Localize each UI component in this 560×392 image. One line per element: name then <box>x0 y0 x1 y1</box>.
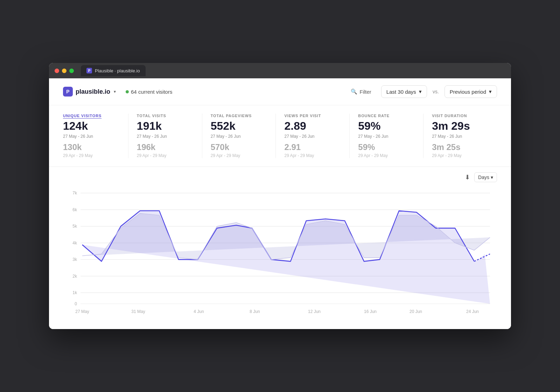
svg-text:31 May: 31 May <box>131 309 145 314</box>
titlebar: P Plausible · plausible.io <box>49 63 511 78</box>
browser-tab[interactable]: P Plausible · plausible.io <box>81 65 146 76</box>
tab-title: Plausible · plausible.io <box>95 68 140 73</box>
live-dot <box>126 90 129 93</box>
header-controls: 🔍 Filter Last 30 days ▾ vs. Previous per… <box>346 85 497 98</box>
interval-dropdown[interactable]: Days ▾ <box>474 172 497 182</box>
site-name: plausible.io <box>76 88 110 95</box>
metric-card-views-per-visit[interactable]: VIEWS PER VISIT 2.89 27 May - 26 Jun 2.9… <box>284 114 350 158</box>
metric-label: VIEWS PER VISIT <box>284 114 341 118</box>
svg-text:27 May: 27 May <box>75 309 89 314</box>
period-dropdown[interactable]: Last 30 days ▾ <box>381 85 427 98</box>
svg-text:16 Jun: 16 Jun <box>364 309 377 314</box>
logo-area[interactable]: P plausible.io ▾ <box>63 87 116 97</box>
close-button[interactable] <box>55 69 59 73</box>
svg-text:24 Jun: 24 Jun <box>466 309 479 314</box>
comparison-label: Previous period <box>450 89 486 95</box>
metric-date: 27 May - 26 Jun <box>358 134 415 139</box>
metric-value: 59% <box>358 120 415 132</box>
metric-date: 27 May - 26 Jun <box>211 134 267 139</box>
svg-text:0: 0 <box>75 301 77 306</box>
svg-text:8 Jun: 8 Jun <box>250 309 260 314</box>
metric-value: 124k <box>63 120 120 132</box>
period-chevron-icon: ▾ <box>419 88 422 95</box>
interval-label: Days <box>478 174 489 180</box>
metric-prev-date: 29 Apr - 29 May <box>284 153 341 158</box>
minimize-button[interactable] <box>62 69 66 73</box>
metric-label: UNIQUE VISITORS <box>63 114 120 118</box>
svg-text:12 Jun: 12 Jun <box>308 309 321 314</box>
chart-area: ⬇ Days ▾ 7k <box>49 167 511 329</box>
metric-card-total-visits[interactable]: TOTAL VISITS 191k 27 May - 26 Jun 196k 2… <box>137 114 202 158</box>
metric-prev-value: 570k <box>211 142 267 152</box>
interval-chevron-icon: ▾ <box>491 174 493 180</box>
chart-svg: 7k 6k 5k 4k 3k 2k 1k 0 <box>63 186 497 319</box>
metric-prev-value: 196k <box>137 142 194 152</box>
download-button[interactable]: ⬇ <box>465 173 470 181</box>
metric-value: 2.89 <box>284 120 341 132</box>
fullscreen-button[interactable] <box>69 69 74 73</box>
filter-label: Filter <box>359 89 371 95</box>
vs-label: vs. <box>433 89 439 94</box>
metric-date: 27 May - 26 Jun <box>63 134 120 139</box>
current-visitors-count: 64 current visitors <box>131 89 172 95</box>
svg-text:2k: 2k <box>72 273 77 278</box>
metric-label: TOTAL VISITS <box>137 114 194 118</box>
metric-prev-date: 29 Apr - 29 May <box>137 153 194 158</box>
metric-label: TOTAL PAGEVIEWS <box>211 114 267 118</box>
metrics-row: UNIQUE VISITORS 124k 27 May - 26 Jun 130… <box>49 105 511 166</box>
browser-window: P Plausible · plausible.io P plausible.i… <box>49 63 511 329</box>
chart-controls: ⬇ Days ▾ <box>63 172 497 182</box>
metric-card-total-pageviews[interactable]: TOTAL PAGEVIEWS 552k 27 May - 26 Jun 570… <box>211 114 276 158</box>
traffic-lights <box>55 69 74 73</box>
metric-prev-value: 2.91 <box>284 142 341 152</box>
comparison-dropdown[interactable]: Previous period ▾ <box>444 85 497 98</box>
metric-prev-date: 29 Apr - 29 May <box>358 153 415 158</box>
site-dropdown-icon: ▾ <box>114 89 116 94</box>
metric-prev-value: 59% <box>358 142 415 152</box>
tab-favicon: P <box>86 68 92 73</box>
metric-date: 27 May - 26 Jun <box>284 134 341 139</box>
svg-text:6k: 6k <box>72 207 77 212</box>
metric-prev-date: 29 Apr - 29 May <box>432 153 489 158</box>
metric-value: 3m 29s <box>432 120 489 132</box>
svg-text:7k: 7k <box>72 191 77 195</box>
svg-text:5k: 5k <box>72 224 77 229</box>
svg-text:20 Jun: 20 Jun <box>410 309 422 314</box>
filter-button[interactable]: 🔍 Filter <box>346 86 375 97</box>
svg-text:4 Jun: 4 Jun <box>194 309 204 314</box>
metric-value: 191k <box>137 120 194 132</box>
metric-date: 27 May - 26 Jun <box>432 134 489 139</box>
search-icon: 🔍 <box>351 88 357 95</box>
metric-card-bounce-rate[interactable]: BOUNCE RATE 59% 27 May - 26 Jun 59% 29 A… <box>358 114 424 158</box>
page-content: P plausible.io ▾ 64 current visitors 🔍 F… <box>49 78 511 329</box>
metric-prev-value: 3m 25s <box>432 142 489 152</box>
metric-prev-date: 29 Apr - 29 May <box>63 153 120 158</box>
metric-label: BOUNCE RATE <box>358 114 415 118</box>
metric-value: 552k <box>211 120 267 132</box>
svg-text:4k: 4k <box>72 240 77 245</box>
page-header: P plausible.io ▾ 64 current visitors 🔍 F… <box>49 78 511 105</box>
comparison-chevron-icon: ▾ <box>489 88 492 95</box>
current-visitors-badge: 64 current visitors <box>126 89 172 95</box>
logo-icon: P <box>63 87 73 97</box>
metric-card-unique-visitors[interactable]: UNIQUE VISITORS 124k 27 May - 26 Jun 130… <box>63 114 128 158</box>
svg-text:1k: 1k <box>72 290 77 295</box>
metric-prev-value: 130k <box>63 142 120 152</box>
metric-card-visit-duration[interactable]: VISIT DURATION 3m 29s 27 May - 26 Jun 3m… <box>432 114 497 158</box>
period-label: Last 30 days <box>386 89 416 95</box>
metric-date: 27 May - 26 Jun <box>137 134 194 139</box>
svg-text:3k: 3k <box>72 257 77 262</box>
metric-label: VISIT DURATION <box>432 114 489 118</box>
main-chart: 7k 6k 5k 4k 3k 2k 1k 0 <box>63 186 497 319</box>
metric-prev-date: 29 Apr - 29 May <box>211 153 267 158</box>
